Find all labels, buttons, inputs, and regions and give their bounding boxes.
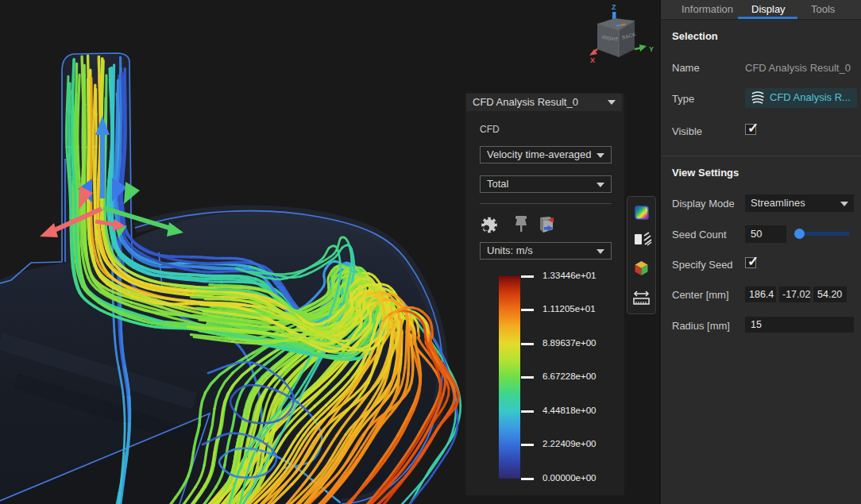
svg-text:Y: Y bbox=[649, 45, 654, 53]
svg-text:Z: Z bbox=[612, 3, 616, 11]
svg-text:X: X bbox=[590, 56, 595, 64]
